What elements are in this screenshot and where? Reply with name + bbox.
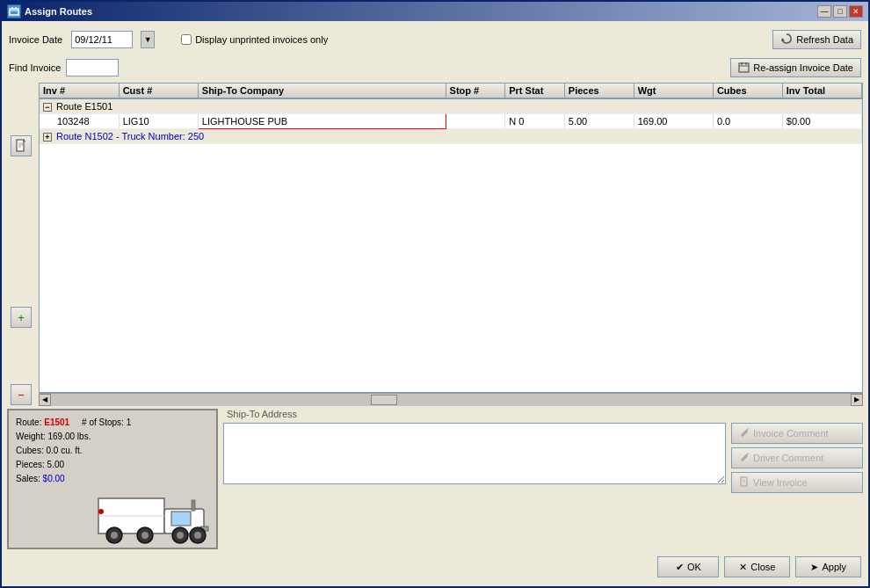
route-e1501-label: Route E1501 [56,101,112,112]
expand-icon[interactable]: + [43,133,52,142]
col-cust-num: Cust # [119,83,198,98]
col-ship-to: Ship-To Company [198,83,446,98]
ship-to-cell: LIGHTHOUSE PUB [198,114,446,129]
stops-value: 1 [127,417,132,427]
col-cubes: Cubes [713,83,782,98]
window-body: Invoice Date ▼ Display unprinted invoice… [2,21,868,586]
refresh-label: Refresh Data [796,34,853,45]
scroll-left-button[interactable]: ◀ [39,394,51,406]
svg-rect-0 [10,9,18,15]
svg-rect-5 [739,63,749,72]
invoice-comment-button[interactable]: Invoice Comment [731,423,863,444]
remove-button[interactable]: − [11,384,32,405]
close-button[interactable]: ✕ Close [724,556,790,577]
checkbox-area: Display unprinted invoices only [181,34,328,45]
cubes-cell: 0.0 [713,114,782,129]
horizontal-scrollbar[interactable]: ◀ ▶ [39,393,863,405]
right-action-buttons: Invoice Comment Driver Comment [731,423,863,549]
refresh-button[interactable]: Refresh Data [772,30,861,49]
minimize-button[interactable]: — [817,5,831,18]
window-title: Assign Routes [25,6,92,17]
find-invoice-row: Find Invoice Re-assign Invoice Date [7,56,863,79]
sales-value: $0.00 [43,474,65,483]
side-buttons: + − [7,83,35,405]
route-row-label: − Route E1501 [40,98,862,114]
collapse-icon[interactable]: − [43,103,52,112]
col-pieces: Pieces [564,83,634,98]
invoice-date-input[interactable] [71,31,133,48]
table-row[interactable]: + Route N1502 - Truck Number: 250 [40,129,862,144]
weight-value: 169.00 lbs. [48,432,91,441]
title-bar-left: Assign Routes [7,4,92,18]
svg-marker-4 [781,38,785,41]
document-button[interactable] [11,135,32,156]
svg-point-28 [98,509,104,514]
pencil-icon [739,427,750,439]
title-buttons: — □ ✕ [817,5,863,18]
apply-icon: ➤ [810,562,818,573]
invoice-comment-label: Invoice Comment [753,428,829,439]
unprinted-checkbox[interactable] [181,34,192,45]
close-window-button[interactable]: ✕ [849,5,863,18]
table-row[interactable]: − Route E1501 [40,98,862,114]
svg-rect-16 [171,512,191,526]
prt-stat-cell: N 0 [505,114,565,129]
title-bar: Assign Routes — □ ✕ [2,2,868,21]
route-info: Route: E1501 # of Stops: 1 [16,416,209,430]
find-invoice-input[interactable] [66,59,119,76]
view-invoice-button[interactable]: View Invoice [731,472,863,493]
col-inv-num: Inv # [40,83,119,98]
inv-total-cell: $0.00 [782,114,861,129]
scroll-thumb[interactable] [371,395,397,405]
calendar-icon [738,62,750,75]
find-invoice-label: Find Invoice [9,62,61,73]
close-label: Close [750,562,775,572]
svg-rect-9 [17,140,24,151]
main-window: Assign Routes — □ ✕ Invoice Date ▼ Displ… [0,0,870,588]
close-x-icon: ✕ [739,562,747,573]
driver-comment-button[interactable]: Driver Comment [731,447,863,468]
data-table[interactable]: Inv # Cust # Ship-To Company Stop # Prt … [39,83,863,393]
bottom-section: Route: E1501 # of Stops: 1 Weight: 169.0… [7,409,863,549]
col-stop-num: Stop # [446,83,505,98]
table-row[interactable]: 103248 LIG10 LIGHTHOUSE PUB N 0 5.00 169… [40,114,862,129]
main-content-area: + − Inv # Cust # Ship-To Company Stop # … [7,83,863,405]
pieces-info: Pieces: 5.00 [16,458,209,472]
apply-label: Apply [822,562,846,572]
table-container: Inv # Cust # Ship-To Company Stop # Prt … [39,83,863,405]
truck-info: Route: E1501 # of Stops: 1 Weight: 169.0… [12,414,213,488]
cubes-value: 0.0 cu. ft. [46,446,82,455]
address-section: Ship-To Address Invoice Comment [223,409,863,549]
date-dropdown-button[interactable]: ▼ [141,31,155,48]
svg-point-24 [177,532,184,539]
inv-num-cell: 103248 [40,114,119,129]
route-n1502-label: Route N1502 - Truck Number: 250 [56,131,204,142]
invoice-date-label: Invoice Date [9,34,62,45]
col-inv-total: Inv Total [782,83,861,98]
add-button[interactable]: + [11,307,32,328]
svg-point-20 [111,532,118,539]
reassign-invoice-date-button[interactable]: Re-assign Invoice Date [730,58,861,77]
col-prt-stat: Prt Stat [505,83,565,98]
address-content: Invoice Comment Driver Comment [223,423,863,549]
scroll-right-button[interactable]: ▶ [851,394,863,406]
bottom-action-bar: ✔ OK ✕ Close ➤ Apply [7,553,863,581]
route-row-label: + Route N1502 - Truck Number: 250 [40,129,862,144]
svg-marker-10 [24,140,25,142]
checkmark-icon: ✔ [676,562,684,573]
svg-rect-27 [192,500,195,511]
document2-icon [739,476,750,489]
apply-button[interactable]: ➤ Apply [795,556,861,577]
svg-point-22 [141,532,149,539]
pencil2-icon [739,452,750,464]
ok-button[interactable]: ✔ OK [657,556,719,577]
maximize-button[interactable]: □ [833,5,847,18]
ship-to-address-label: Ship-To Address [223,409,863,419]
address-textarea[interactable] [223,423,726,484]
wgt-cell: 169.00 [634,114,713,129]
cubes-info: Cubes: 0.0 cu. ft. [16,444,209,458]
view-invoice-label: View Invoice [753,477,808,488]
refresh-icon [780,33,793,47]
scroll-track[interactable] [51,394,851,406]
truck-image [97,490,211,547]
